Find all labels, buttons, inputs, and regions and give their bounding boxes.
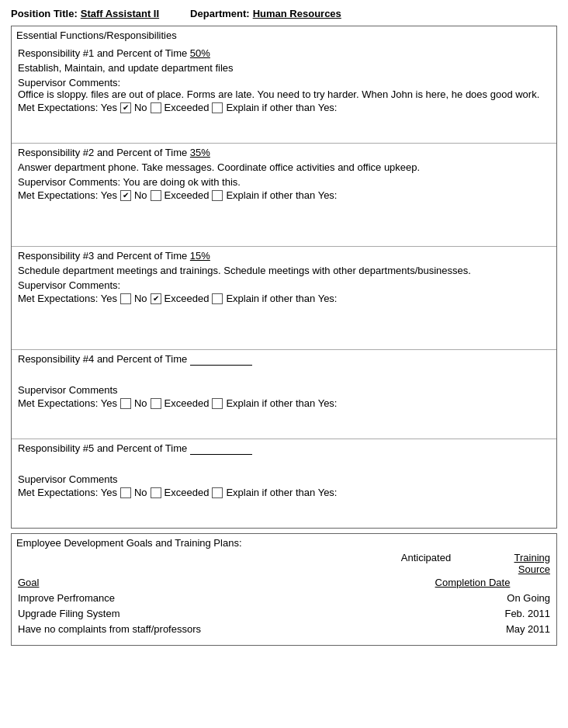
responsibility-4-title: Responsibility #4 and Percent of Time: [18, 353, 550, 366]
responsibility-3-percent: 15%: [190, 250, 210, 262]
dev-section-header: Employee Development Goals and Training …: [12, 534, 556, 552]
responsibility-1-body: Responsibility #1 and Percent of Time 50…: [12, 44, 556, 143]
responsibility-2-exceeded-checkbox[interactable]: [212, 190, 223, 201]
responsibility-5-met-expectations: Met Expectations: Yes No Exceeded Explai…: [18, 487, 550, 498]
responsibility-1-title: Responsibility #1 and Percent of Time 50…: [18, 47, 550, 59]
responsibility-3-body: Responsibility #3 and Percent of Time 15…: [12, 247, 556, 349]
responsibility-1-supervisor-label: Supervisor Comments: Office is sloppy. f…: [18, 77, 550, 100]
dev-training-header: Training Source: [488, 552, 550, 575]
responsibility-4-no-checkbox[interactable]: [151, 398, 161, 409]
department-label: Department:: [190, 8, 250, 19]
responsibility-1-exceeded-checkbox[interactable]: [212, 102, 223, 113]
responsibility-3-title: Responsibility #3 and Percent of Time 15…: [18, 250, 550, 262]
responsibility-4-supervisor-label: Supervisor Comments: [18, 384, 550, 396]
responsibility-3-no-checkbox[interactable]: [151, 293, 161, 304]
responsibility-2-body: Responsibility #2 and Percent of Time 35…: [12, 144, 556, 246]
dev-row-1-goal: Improve Perfromance: [18, 591, 488, 605]
dev-row-1-value: On Going: [488, 591, 550, 605]
responsibility-5-exceeded-checkbox[interactable]: [212, 487, 223, 498]
dev-section: Employee Development Goals and Training …: [11, 533, 557, 646]
dev-spacer: [18, 552, 364, 575]
responsibility-1-no-checkbox[interactable]: [151, 102, 161, 113]
responsibility-4-body: Responsibility #4 and Percent of Time Su…: [12, 350, 556, 439]
dev-row-1: Improve Perfromance On Going: [18, 591, 550, 605]
responsibility-1-description: Establish, Maintain, and update departme…: [18, 62, 550, 74]
responsibility-2-title: Responsibility #2 and Percent of Time 35…: [18, 147, 550, 158]
responsibility-1-supervisor-text: Office is sloppy. files are out of place…: [18, 88, 539, 100]
responsibility-5-body: Responsibility #5 and Percent of Time Su…: [12, 439, 556, 528]
responsibility-3-met-expectations: Met Expectations: Yes No Exceeded Explai…: [18, 293, 550, 304]
responsibility-4-met-expectations: Met Expectations: Yes No Exceeded Explai…: [18, 397, 550, 409]
responsibility-5-supervisor-label: Supervisor Comments: [18, 473, 550, 485]
dev-goal-label: Goal: [18, 577, 426, 588]
responsibility-1-met-expectations: Met Expectations: Yes No Exceeded Explai…: [18, 102, 550, 113]
essential-functions-header: Essential Functions/Responsibilities: [12, 26, 556, 44]
responsibility-2-description: Answer department phone. Take messages. …: [18, 161, 550, 173]
dev-col-headers: Anticipated Training Source: [18, 552, 550, 575]
dev-row-3: Have no complaints from staff/professors…: [18, 622, 550, 636]
dev-table: Anticipated Training Source Goal Complet…: [12, 552, 556, 645]
responsibility-3-supervisor-label: Supervisor Comments:: [18, 279, 550, 291]
responsibility-3-exceeded-checkbox[interactable]: [212, 293, 223, 304]
dev-row-2: Upgrade Filing System Feb. 2011: [18, 607, 550, 621]
responsibility-4-percent: [190, 353, 252, 366]
responsibility-2-yes-checkbox[interactable]: [120, 190, 131, 201]
responsibility-2-percent: 35%: [190, 147, 210, 158]
dev-row-2-goal: Upgrade Filing System: [18, 607, 488, 621]
responsibility-2-supervisor-label: Supervisor Comments: You are doing ok wi…: [18, 176, 550, 188]
responsibility-3-yes-checkbox[interactable]: [120, 293, 131, 304]
responsibility-4-yes-checkbox[interactable]: [120, 398, 131, 409]
responsibility-1-yes-checkbox[interactable]: [120, 102, 131, 113]
dev-sub-headers: Goal Completion Date: [18, 577, 550, 588]
responsibility-4-exceeded-checkbox[interactable]: [212, 398, 223, 409]
responsibility-5-yes-checkbox[interactable]: [120, 487, 131, 498]
responsibility-5-percent: [190, 442, 252, 455]
dev-row-2-value: Feb. 2011: [488, 607, 550, 621]
responsibility-3-description: Schedule department meetings and trainin…: [18, 265, 550, 276]
position-label: Position Title:: [11, 8, 78, 19]
dev-row-3-goal: Have no complaints from staff/professors: [18, 622, 488, 636]
responsibility-5-title: Responsibility #5 and Percent of Time: [18, 442, 550, 455]
department-value: Human Resources: [253, 8, 341, 19]
responsibility-2-met-expectations: Met Expectations: Yes No Exceeded Explai…: [18, 189, 550, 201]
position-value: Staff Assistant II: [81, 8, 159, 19]
dev-completion-label: Completion Date: [426, 577, 519, 588]
responsibility-2-supervisor-text: You are doing ok with this.: [123, 176, 241, 188]
responsibility-2-no-checkbox[interactable]: [151, 190, 161, 201]
dev-row-3-value: May 2011: [488, 622, 550, 636]
essential-functions-section: Essential Functions/Responsibilities Res…: [11, 26, 557, 529]
responsibility-1-percent: 50%: [190, 47, 210, 59]
responsibility-5-no-checkbox[interactable]: [151, 487, 161, 498]
document-header: Position Title: Staff Assistant II Depar…: [11, 8, 557, 19]
dev-anticipated-header: Anticipated: [364, 552, 488, 575]
dev-spacer2: [519, 577, 550, 588]
